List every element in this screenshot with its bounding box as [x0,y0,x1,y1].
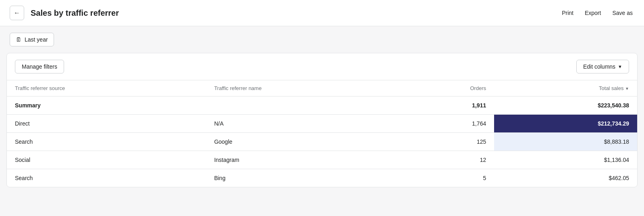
calendar-icon: 🗓 [16,36,21,43]
data-table: Traffic referrer source Traffic referrer… [7,80,637,187]
row-name: Instagram [206,151,397,169]
summary-name [206,96,397,115]
row-source: Search [7,169,206,187]
col-header-orders: Orders [397,80,494,96]
filter-bar: 🗓 Last year [0,26,644,53]
row-orders: 5 [397,169,494,187]
table-row: Search Google 125 $8,883.18 [7,133,637,151]
back-button[interactable]: ← [10,6,24,20]
edit-columns-label: Edit columns [583,63,615,70]
row-orders: 12 [397,151,494,169]
row-name: Bing [206,169,397,187]
table-header-row: Traffic referrer source Traffic referrer… [7,80,637,96]
row-source: Social [7,151,206,169]
header-actions: Print Export Save as [560,7,634,19]
print-button[interactable]: Print [560,7,575,19]
col-header-name: Traffic referrer name [206,80,397,96]
export-button[interactable]: Export [583,7,602,19]
date-range-label: Last year [25,36,48,43]
table-row: Search Bing 5 $462.05 [7,169,637,187]
manage-filters-button[interactable]: Manage filters [15,60,64,73]
row-name: N/A [206,115,397,133]
sort-icon: ▼ [625,86,629,91]
date-range-button[interactable]: 🗓 Last year [10,33,54,46]
edit-columns-button[interactable]: Edit columns ▼ [576,60,629,73]
row-total-sales: $462.05 [494,169,637,187]
row-orders: 125 [397,133,494,151]
summary-orders: 1,911 [397,96,494,115]
chevron-down-icon: ▼ [618,64,622,69]
summary-total-sales: $223,540.38 [494,96,637,115]
summary-label: Summary [7,96,206,115]
row-source: Search [7,133,206,151]
col-header-source: Traffic referrer source [7,80,206,96]
page-title: Sales by traffic referrer [31,8,119,18]
table-toolbar: Manage filters Edit columns ▼ [7,53,637,80]
row-source: Direct [7,115,206,133]
row-name: Google [206,133,397,151]
row-total-sales: $8,883.18 [494,133,637,151]
row-total-sales: $212,734.29 [494,115,637,133]
save-as-button[interactable]: Save as [611,7,634,19]
table-container: Manage filters Edit columns ▼ Traffic re… [6,53,638,187]
header-left: ← Sales by traffic referrer [10,6,119,20]
table-row: Direct N/A 1,764 $212,734.29 [7,115,637,133]
row-total-sales: $1,136.04 [494,151,637,169]
page-header: ← Sales by traffic referrer Print Export… [0,0,644,26]
col-header-total-sales[interactable]: Total sales ▼ [494,80,637,96]
row-orders: 1,764 [397,115,494,133]
table-row: Social Instagram 12 $1,136.04 [7,151,637,169]
summary-row: Summary 1,911 $223,540.38 [7,96,637,115]
total-sales-label: Total sales [599,85,623,91]
